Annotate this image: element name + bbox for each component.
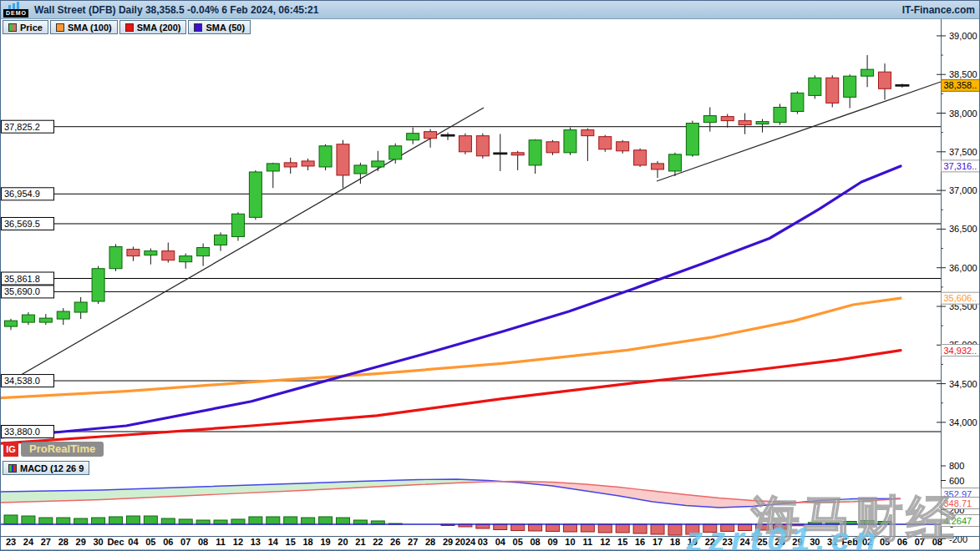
it-finance-link[interactable]: IT-Finance.com — [902, 4, 975, 16]
sma200-icon — [125, 23, 134, 32]
date-label: 29 — [76, 537, 86, 547]
macd-bar — [336, 518, 349, 524]
date-label: 04 — [495, 537, 506, 547]
mini-candles-icon — [8, 2, 32, 9]
last-price-badge: 38,358.. — [942, 79, 980, 91]
candle-body — [372, 161, 384, 167]
level-labels: 37,825.236,954.936,569.535,861.835,690.0… — [2, 120, 54, 437]
date-label: 27 — [408, 537, 418, 547]
macd-bar — [22, 516, 35, 524]
price-icon — [8, 23, 17, 32]
candle-body — [39, 318, 52, 322]
sma-lines — [1, 166, 901, 443]
candle-body — [109, 247, 122, 269]
date-label: 22 — [373, 537, 383, 547]
date-label: 28 — [425, 537, 435, 547]
date-label: 28 — [58, 537, 69, 547]
date-label: 03 — [478, 537, 488, 547]
candle-body — [546, 142, 559, 153]
candle-body — [459, 136, 471, 152]
date-label: Dec — [107, 537, 124, 547]
date-label: 09 — [547, 537, 557, 547]
ig-logo: IG — [3, 442, 18, 457]
price-tick-label: 36,000 — [949, 263, 977, 273]
macd-bar — [302, 518, 315, 524]
candle-body — [407, 134, 419, 140]
date-label: 06 — [163, 537, 173, 547]
macd-bar — [563, 524, 576, 532]
candle-body — [22, 315, 34, 322]
date-label: 11 — [216, 537, 226, 547]
macd-bar — [633, 524, 647, 533]
macd-bar — [57, 518, 70, 524]
candle-body — [57, 311, 69, 319]
date-label: 12 — [233, 537, 243, 547]
macd-bar — [529, 524, 542, 531]
watermark-url: zzrt01.cn — [685, 521, 881, 551]
sma-line-sma-100 — [1, 298, 901, 398]
candle-body — [617, 142, 629, 151]
macd-bar — [651, 524, 664, 534]
candle-body — [162, 251, 175, 260]
macd-bar — [668, 524, 682, 535]
last-price-badge-label: 38,358.. — [944, 80, 977, 90]
candle-body — [529, 140, 541, 165]
trendline[interactable] — [1, 108, 484, 387]
price-tick-label: 38,000 — [949, 109, 977, 119]
candle-body — [809, 78, 821, 95]
date-label: 07 — [180, 537, 190, 547]
candle-body — [267, 164, 279, 171]
level-label: 33,880.0 — [4, 427, 40, 437]
tab-price[interactable]: Price — [3, 20, 48, 34]
legend-label: SMA (200) — [137, 23, 181, 33]
level-label: 35,690.0 — [4, 286, 40, 296]
macd-bar — [494, 524, 507, 529]
prorealtime-logo[interactable]: IG ProRealTime — [3, 442, 104, 457]
macd-bar — [144, 516, 157, 524]
sma-badge-sma-50-label: 37,316.. — [944, 161, 977, 171]
legend-label: SMA (50) — [206, 23, 245, 33]
candle-body — [180, 256, 192, 262]
candle-body — [319, 146, 332, 167]
date-label: 29 — [443, 537, 453, 547]
price-tick-label: 34,500 — [949, 379, 977, 389]
tab-macd[interactable]: MACD (12 26 9 — [3, 461, 89, 475]
date-label: 21 — [355, 537, 365, 547]
candle-body — [652, 164, 664, 169]
candle-body — [337, 144, 349, 175]
macd-bar — [161, 518, 175, 524]
prorealtime-wordmark: ProRealTime — [21, 442, 104, 457]
tab-sma-50[interactable]: SMA (50) — [188, 20, 251, 34]
macd-panel-legend: MACD (12 26 9 — [3, 461, 89, 475]
macd-tick-label: 600 — [949, 476, 964, 486]
price-chart-canvas[interactable]: 39,00038,50038,00037,50037,00036,50036,0… — [1, 1, 980, 551]
macd-bar — [126, 516, 140, 524]
candlestick-series — [5, 55, 910, 330]
price-tick-label: 38,500 — [949, 69, 977, 79]
candle-body — [74, 302, 87, 312]
sma-badge-sma-100-label: 35,606.. — [944, 293, 977, 303]
macd-bar — [179, 519, 192, 524]
price-tick-label: 34,000 — [949, 417, 977, 427]
candle-body — [197, 248, 210, 256]
candle-body — [145, 251, 157, 255]
prorealtime-window: 39,00038,50038,00037,50037,00036,50036,0… — [0, 0, 980, 551]
candle-body — [686, 124, 698, 155]
candle-body — [581, 130, 594, 136]
tab-sma-200[interactable]: SMA (200) — [119, 20, 187, 34]
date-label: 26 — [390, 537, 400, 547]
macd-bar — [92, 518, 105, 524]
candle-body — [599, 137, 612, 149]
tab-sma-100[interactable]: SMA (100) — [50, 20, 118, 34]
macd-bar — [231, 519, 245, 524]
macd-bar — [319, 517, 333, 524]
candle-body — [721, 117, 734, 121]
date-label: 27 — [41, 537, 51, 547]
macd-label: MACD (12 26 9 — [20, 463, 84, 473]
date-label: 05 — [145, 537, 155, 547]
price-tick-label: 36,500 — [949, 224, 977, 234]
price-tick-label: 37,000 — [949, 185, 977, 195]
macd-icon — [8, 464, 17, 473]
sma-badge-sma-100: 35,606.. — [942, 292, 980, 304]
macd-bar — [353, 520, 367, 524]
